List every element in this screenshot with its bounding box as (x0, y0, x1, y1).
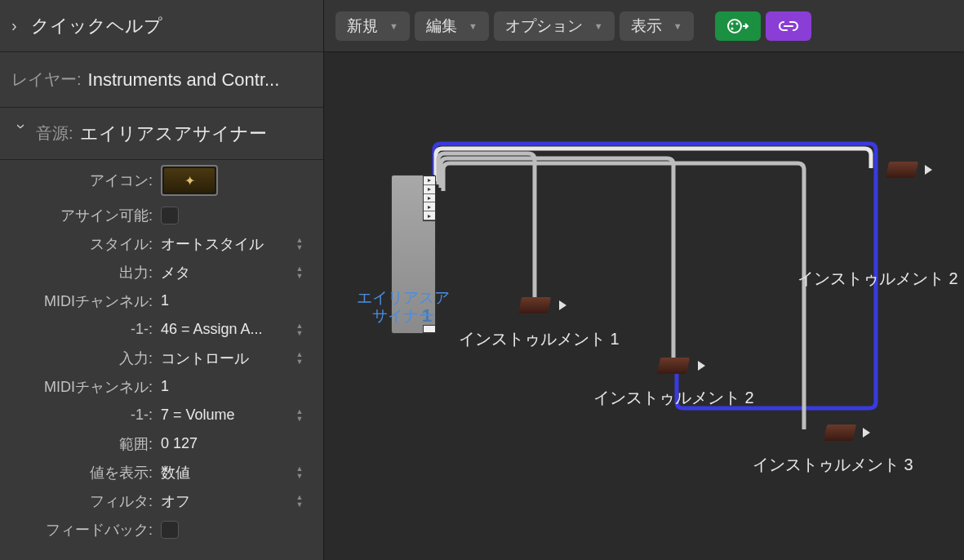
prop-midi2-label: MIDIチャンネル: (0, 377, 161, 397)
prop-midi-channel-1[interactable]: MIDIチャンネル: 1 (0, 287, 323, 315)
palette-icon (726, 18, 749, 34)
svg-point-0 (728, 20, 741, 33)
stepper-icon[interactable]: ▲▼ (294, 349, 305, 367)
stepper-icon[interactable]: ▲▼ (294, 492, 305, 510)
prop-style[interactable]: スタイル: オートスタイル▲▼ (0, 229, 323, 258)
environment-main: 新規▼ 編集▼ オプション▼ 表示▼ ▸▸▸▸▸ 1 (324, 0, 964, 560)
node-port-column: ▸▸▸▸▸ (423, 176, 436, 221)
prop-assignable-label: アサイン可能: (0, 206, 161, 225)
chevron-down-icon: ▼ (389, 21, 398, 31)
prop-output-value: メタ (161, 263, 190, 282)
stepper-icon[interactable]: ▲▼ (294, 464, 305, 482)
prop-filter[interactable]: フィルタ: オフ▲▼ (0, 487, 323, 515)
prop-midi-value: 1 (161, 292, 169, 309)
instrument-1-label: インストゥルメント 1 (459, 328, 620, 350)
property-list: アイコン: ✦ アサイン可能: スタイル: オートスタイル▲▼ 出力: メタ▲▼… (0, 160, 323, 560)
instrument-3-label: インストゥルメント 3 (753, 454, 913, 476)
edit-menu-button[interactable]: 編集▼ (415, 11, 489, 41)
prop-input-label: 入力: (0, 349, 161, 368)
view-menu-button[interactable]: 表示▼ (620, 11, 694, 41)
instrument-icon[interactable] (657, 358, 690, 374)
chevron-right-icon: › (11, 16, 31, 35)
prop-range-label: 範囲: (0, 434, 161, 454)
prop-range-value: 0 127 (161, 435, 198, 452)
view-label: 表示 (631, 16, 662, 37)
icon-thumbnail[interactable]: ✦ (161, 165, 218, 196)
instrument-icon[interactable] (518, 297, 551, 313)
layer-label: レイヤー: (11, 69, 82, 91)
prop-icon: アイコン: ✦ (0, 160, 323, 201)
prop-filter-label: フィルタ: (0, 491, 161, 511)
assignable-checkbox[interactable] (161, 207, 179, 224)
prop-display-value[interactable]: 値を表示: 数値▲▼ (0, 458, 323, 487)
prop-midi2-value: 1 (161, 378, 169, 395)
prop-output[interactable]: 出力: メタ▲▼ (0, 258, 323, 287)
alias-assigner-label: エイリアスアサイナー (350, 289, 456, 325)
play-triangle-icon (863, 428, 870, 438)
instrument-2-label: インストゥルメント 2 (593, 387, 754, 409)
instrument-icon[interactable] (824, 424, 856, 441)
prop-style-value: オートスタイル (161, 234, 264, 254)
quick-help-title: クイックヘルプ (31, 14, 162, 38)
chevron-down-icon: ▼ (594, 21, 603, 31)
environment-canvas[interactable]: ▸▸▸▸▸ 1 エイリアスアサイナー インストゥルメント 1 インストゥルメント… (324, 52, 964, 560)
layer-row[interactable]: レイヤー: Instruments and Contr... (0, 52, 323, 108)
prop-minus1-a-label: -1-: (0, 321, 161, 338)
play-triangle-icon (698, 361, 705, 371)
chevron-down-icon: › (12, 124, 31, 144)
prop-feedback-label: フィードバック: (0, 520, 161, 540)
prop-midi-channel-2[interactable]: MIDIチャンネル: 1 (0, 372, 323, 401)
prop-assignable: アサイン可能: (0, 201, 323, 229)
svg-point-2 (735, 22, 738, 24)
prop-minus1-b-value: 7 = Volume (161, 407, 235, 424)
prop-filter-value: オフ (161, 491, 190, 511)
source-value: エイリアスアサイナー (80, 122, 267, 146)
prop-midi-label: MIDIチャンネル: (0, 291, 161, 311)
option-menu-button[interactable]: オプション▼ (494, 11, 615, 41)
svg-point-3 (731, 27, 733, 29)
feedback-checkbox[interactable] (161, 521, 179, 539)
prop-feedback: フィードバック: (0, 515, 323, 544)
prop-input[interactable]: 入力: コントロール▲▼ (0, 344, 323, 372)
prop-style-label: スタイル: (0, 234, 161, 254)
prop-icon-label: アイコン: (0, 171, 161, 190)
layer-value: Instruments and Contr... (88, 69, 280, 91)
play-triangle-icon (559, 300, 566, 310)
inspector-sidebar: › クイックヘルプ レイヤー: Instruments and Contr...… (0, 0, 324, 560)
prop-output-label: 出力: (0, 263, 161, 282)
edit-label: 編集 (426, 16, 457, 37)
stepper-icon[interactable]: ▲▼ (294, 264, 305, 282)
prop-minus1-b[interactable]: -1-: 7 = Volume▲▼ (0, 401, 323, 429)
prop-display-value-val: 数値 (161, 463, 190, 482)
quick-help-header[interactable]: › クイックヘルプ (0, 0, 323, 52)
stepper-icon[interactable]: ▲▼ (294, 235, 305, 253)
link-icon (778, 19, 799, 33)
stepper-icon[interactable]: ▲▼ (294, 321, 305, 339)
prop-range[interactable]: 範囲: 0 127 (0, 429, 323, 458)
chevron-down-icon: ▼ (469, 21, 478, 31)
instrument-icon[interactable] (886, 162, 918, 178)
play-triangle-icon (925, 165, 932, 175)
prop-input-value: コントロール (161, 349, 249, 368)
source-label: 音源: (36, 122, 73, 144)
prop-minus1-b-label: -1-: (0, 407, 161, 424)
color-palette-button[interactable] (715, 11, 761, 41)
node-resize-handle[interactable] (423, 325, 436, 333)
prop-minus1-a-value: 46 = Assign A... (161, 321, 263, 338)
source-header[interactable]: › 音源: エイリアスアサイナー (0, 108, 323, 160)
option-label: オプション (505, 16, 583, 37)
svg-point-1 (731, 22, 733, 24)
toolbar: 新規▼ 編集▼ オプション▼ 表示▼ (324, 0, 964, 52)
chevron-down-icon: ▼ (673, 21, 682, 31)
instrument-2b-label: インストゥルメント 2 (797, 268, 958, 290)
new-menu-button[interactable]: 新規▼ (335, 11, 410, 41)
prop-display-label: 値を表示: (0, 463, 161, 482)
new-label: 新規 (347, 16, 378, 37)
link-button[interactable] (766, 11, 811, 41)
stepper-icon[interactable]: ▲▼ (294, 407, 305, 424)
prop-minus1-a[interactable]: -1-: 46 = Assign A...▲▼ (0, 315, 323, 344)
